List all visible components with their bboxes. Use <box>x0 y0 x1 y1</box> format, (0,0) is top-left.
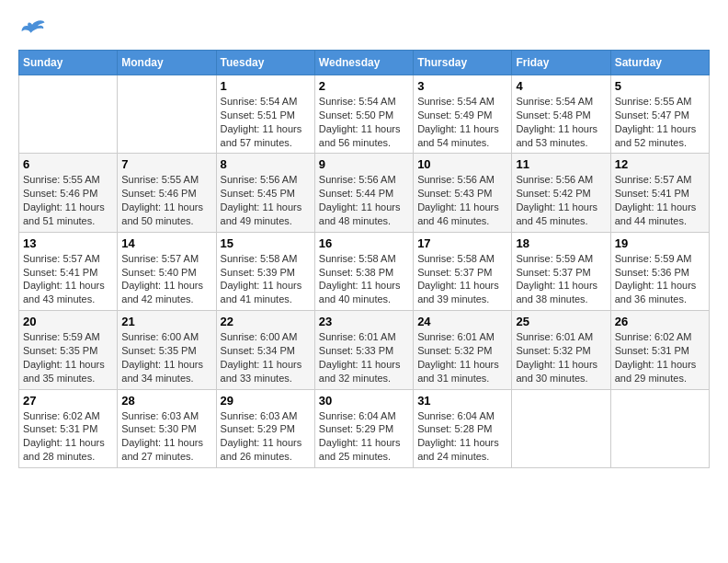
weekday-header: Thursday <box>414 51 512 75</box>
day-number: 10 <box>417 157 507 171</box>
calendar-cell <box>19 75 118 154</box>
weekday-header: Saturday <box>610 51 709 75</box>
day-number: 7 <box>121 157 211 171</box>
cell-content: Sunrise: 5:55 AMSunset: 5:46 PMDaylight:… <box>121 174 203 226</box>
calendar-cell: 19Sunrise: 5:59 AMSunset: 5:36 PMDayligh… <box>610 232 709 310</box>
day-number: 19 <box>615 236 705 250</box>
cell-content: Sunrise: 5:57 AMSunset: 5:40 PMDaylight:… <box>121 253 203 305</box>
calendar-cell: 21Sunrise: 6:00 AMSunset: 5:35 PMDayligh… <box>118 311 216 389</box>
day-number: 18 <box>516 236 606 250</box>
cell-content: Sunrise: 5:56 AMSunset: 5:44 PMDaylight:… <box>319 174 401 226</box>
day-number: 2 <box>319 79 409 93</box>
calendar-cell: 3Sunrise: 5:54 AMSunset: 5:49 PMDaylight… <box>414 75 512 154</box>
cell-content: Sunrise: 5:59 AMSunset: 5:35 PMDaylight:… <box>23 331 105 384</box>
cell-content: Sunrise: 5:56 AMSunset: 5:42 PMDaylight:… <box>516 174 597 226</box>
calendar-cell: 9Sunrise: 5:56 AMSunset: 5:44 PMDaylight… <box>314 154 413 232</box>
calendar-cell: 5Sunrise: 5:55 AMSunset: 5:47 PMDaylight… <box>610 75 709 154</box>
calendar-week-row: 6Sunrise: 5:55 AMSunset: 5:46 PMDaylight… <box>19 154 710 232</box>
logo-icon <box>18 18 46 40</box>
calendar-cell <box>610 389 709 467</box>
cell-content: Sunrise: 6:00 AMSunset: 5:34 PMDaylight:… <box>221 331 302 384</box>
calendar-cell <box>118 75 216 154</box>
cell-content: Sunrise: 5:54 AMSunset: 5:49 PMDaylight:… <box>417 96 499 148</box>
day-number: 22 <box>221 315 311 328</box>
calendar-table: SundayMondayTuesdayWednesdayThursdayFrid… <box>18 50 710 468</box>
page-header <box>18 18 710 40</box>
cell-content: Sunrise: 6:03 AMSunset: 5:29 PMDaylight:… <box>221 410 302 463</box>
cell-content: Sunrise: 5:55 AMSunset: 5:47 PMDaylight:… <box>615 96 697 148</box>
cell-content: Sunrise: 5:54 AMSunset: 5:48 PMDaylight:… <box>516 96 597 148</box>
day-number: 3 <box>417 79 507 93</box>
calendar-cell: 20Sunrise: 5:59 AMSunset: 5:35 PMDayligh… <box>19 311 118 389</box>
day-number: 25 <box>516 315 606 328</box>
day-number: 30 <box>319 394 409 408</box>
calendar-cell: 16Sunrise: 5:58 AMSunset: 5:38 PMDayligh… <box>314 232 413 310</box>
calendar-cell: 17Sunrise: 5:58 AMSunset: 5:37 PMDayligh… <box>414 232 512 310</box>
weekday-header: Wednesday <box>314 51 413 75</box>
calendar-cell: 27Sunrise: 6:02 AMSunset: 5:31 PMDayligh… <box>19 389 118 467</box>
calendar-cell: 14Sunrise: 5:57 AMSunset: 5:40 PMDayligh… <box>118 232 216 310</box>
day-number: 21 <box>121 315 211 328</box>
cell-content: Sunrise: 6:04 AMSunset: 5:29 PMDaylight:… <box>319 410 401 463</box>
cell-content: Sunrise: 5:54 AMSunset: 5:50 PMDaylight:… <box>319 96 401 148</box>
calendar-week-row: 13Sunrise: 5:57 AMSunset: 5:41 PMDayligh… <box>19 232 710 310</box>
day-number: 27 <box>23 394 113 408</box>
cell-content: Sunrise: 5:59 AMSunset: 5:37 PMDaylight:… <box>516 253 597 305</box>
day-number: 6 <box>23 157 113 171</box>
weekday-header: Sunday <box>19 51 118 75</box>
day-number: 31 <box>417 394 507 408</box>
calendar-cell: 12Sunrise: 5:57 AMSunset: 5:41 PMDayligh… <box>610 154 709 232</box>
cell-content: Sunrise: 6:02 AMSunset: 5:31 PMDaylight:… <box>615 331 697 384</box>
calendar-cell: 10Sunrise: 5:56 AMSunset: 5:43 PMDayligh… <box>414 154 512 232</box>
calendar-cell: 2Sunrise: 5:54 AMSunset: 5:50 PMDaylight… <box>314 75 413 154</box>
cell-content: Sunrise: 6:03 AMSunset: 5:30 PMDaylight:… <box>121 410 203 463</box>
day-number: 24 <box>417 315 507 328</box>
calendar-cell: 4Sunrise: 5:54 AMSunset: 5:48 PMDaylight… <box>512 75 610 154</box>
cell-content: Sunrise: 5:57 AMSunset: 5:41 PMDaylight:… <box>615 174 697 226</box>
day-number: 8 <box>221 157 311 171</box>
calendar-cell <box>512 389 610 467</box>
weekday-header: Tuesday <box>216 51 314 75</box>
cell-content: Sunrise: 5:56 AMSunset: 5:43 PMDaylight:… <box>417 174 499 226</box>
day-number: 23 <box>319 315 409 328</box>
day-number: 1 <box>221 79 311 93</box>
cell-content: Sunrise: 6:01 AMSunset: 5:33 PMDaylight:… <box>319 331 401 384</box>
weekday-header-row: SundayMondayTuesdayWednesdayThursdayFrid… <box>19 51 710 75</box>
cell-content: Sunrise: 6:04 AMSunset: 5:28 PMDaylight:… <box>417 410 499 463</box>
calendar-cell: 22Sunrise: 6:00 AMSunset: 5:34 PMDayligh… <box>216 311 314 389</box>
day-number: 17 <box>417 236 507 250</box>
cell-content: Sunrise: 5:56 AMSunset: 5:45 PMDaylight:… <box>221 174 302 226</box>
calendar-cell: 8Sunrise: 5:56 AMSunset: 5:45 PMDaylight… <box>216 154 314 232</box>
day-number: 29 <box>221 394 311 408</box>
day-number: 26 <box>615 315 705 328</box>
day-number: 16 <box>319 236 409 250</box>
calendar-cell: 25Sunrise: 6:01 AMSunset: 5:32 PMDayligh… <box>512 311 610 389</box>
cell-content: Sunrise: 5:54 AMSunset: 5:51 PMDaylight:… <box>221 96 302 148</box>
day-number: 5 <box>615 79 705 93</box>
cell-content: Sunrise: 5:58 AMSunset: 5:37 PMDaylight:… <box>417 253 499 305</box>
cell-content: Sunrise: 5:58 AMSunset: 5:38 PMDaylight:… <box>319 253 401 305</box>
calendar-week-row: 27Sunrise: 6:02 AMSunset: 5:31 PMDayligh… <box>19 389 710 467</box>
day-number: 4 <box>516 79 606 93</box>
calendar-cell: 24Sunrise: 6:01 AMSunset: 5:32 PMDayligh… <box>414 311 512 389</box>
day-number: 12 <box>615 157 705 171</box>
calendar-cell: 15Sunrise: 5:58 AMSunset: 5:39 PMDayligh… <box>216 232 314 310</box>
calendar-cell: 13Sunrise: 5:57 AMSunset: 5:41 PMDayligh… <box>19 232 118 310</box>
calendar-cell: 11Sunrise: 5:56 AMSunset: 5:42 PMDayligh… <box>512 154 610 232</box>
calendar-cell: 6Sunrise: 5:55 AMSunset: 5:46 PMDaylight… <box>19 154 118 232</box>
calendar-cell: 28Sunrise: 6:03 AMSunset: 5:30 PMDayligh… <box>118 389 216 467</box>
cell-content: Sunrise: 6:00 AMSunset: 5:35 PMDaylight:… <box>121 331 203 384</box>
cell-content: Sunrise: 6:01 AMSunset: 5:32 PMDaylight:… <box>516 331 597 384</box>
day-number: 28 <box>121 394 211 408</box>
calendar-week-row: 20Sunrise: 5:59 AMSunset: 5:35 PMDayligh… <box>19 311 710 389</box>
calendar-cell: 29Sunrise: 6:03 AMSunset: 5:29 PMDayligh… <box>216 389 314 467</box>
day-number: 15 <box>221 236 311 250</box>
calendar-cell: 1Sunrise: 5:54 AMSunset: 5:51 PMDaylight… <box>216 75 314 154</box>
cell-content: Sunrise: 5:57 AMSunset: 5:41 PMDaylight:… <box>23 253 105 305</box>
logo <box>18 18 50 40</box>
calendar-week-row: 1Sunrise: 5:54 AMSunset: 5:51 PMDaylight… <box>19 75 710 154</box>
cell-content: Sunrise: 6:02 AMSunset: 5:31 PMDaylight:… <box>23 410 105 463</box>
day-number: 9 <box>319 157 409 171</box>
calendar-cell: 23Sunrise: 6:01 AMSunset: 5:33 PMDayligh… <box>314 311 413 389</box>
cell-content: Sunrise: 6:01 AMSunset: 5:32 PMDaylight:… <box>417 331 499 384</box>
